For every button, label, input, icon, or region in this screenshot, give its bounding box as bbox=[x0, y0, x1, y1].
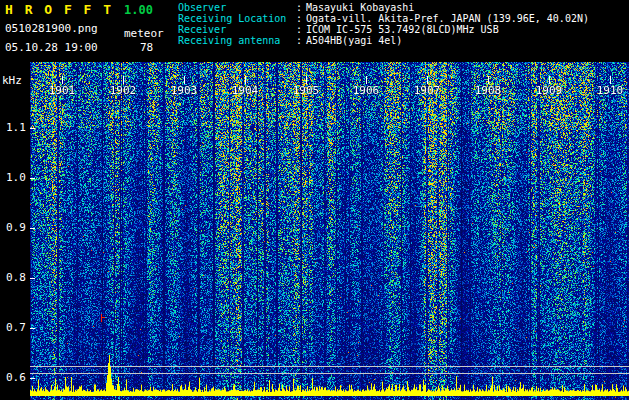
info-colon: : bbox=[296, 35, 306, 46]
station-info: Observer : Masayuki Kobayashi Receiving … bbox=[178, 2, 589, 46]
mode-label: meteor bbox=[124, 27, 164, 40]
info-value: Masayuki Kobayashi bbox=[306, 2, 589, 13]
info-colon: : bbox=[296, 24, 306, 35]
time-tick-label: 1901 bbox=[49, 84, 76, 97]
freq-tick-label: 0.9 bbox=[6, 221, 26, 234]
app-version: 1.00 bbox=[124, 3, 153, 17]
hrofft-window: H R O F F T 1.00 0510281900.png meteor 0… bbox=[0, 0, 629, 400]
time-tick-label: 1907 bbox=[414, 84, 441, 97]
spectrogram-canvas bbox=[30, 62, 629, 400]
freq-tick-label: 1.1 bbox=[6, 121, 26, 134]
time-tick-label: 1902 bbox=[110, 84, 137, 97]
freq-tick-label: 1.0 bbox=[6, 171, 26, 184]
info-value: Ogata-vill. Akita-Pref. JAPAN (139.96E, … bbox=[306, 13, 589, 24]
app-title: H R O F F T bbox=[5, 2, 113, 17]
time-tick-label: 1909 bbox=[536, 84, 563, 97]
time-tick-label: 1904 bbox=[232, 84, 259, 97]
freq-tick-label: 0.6 bbox=[6, 371, 26, 384]
info-label: Observer bbox=[178, 2, 296, 13]
time-tick-label: 1910 bbox=[597, 84, 624, 97]
freq-tick-label: 0.8 bbox=[6, 271, 26, 284]
freq-tick-label: 0.7 bbox=[6, 321, 26, 334]
time-tick-label: 1908 bbox=[475, 84, 502, 97]
time-tick-label: 1905 bbox=[293, 84, 320, 97]
info-label: Receiving Location bbox=[178, 13, 296, 24]
info-value: ICOM IC-575 53.7492(8LCD)MHz USB bbox=[306, 24, 589, 35]
info-colon: : bbox=[296, 2, 306, 13]
info-label: Receiver bbox=[178, 24, 296, 35]
info-colon: : bbox=[296, 13, 306, 24]
info-label: Receiving antenna bbox=[178, 35, 296, 46]
output-filename: 0510281900.png bbox=[5, 22, 98, 35]
time-tick-label: 1903 bbox=[171, 84, 198, 97]
freq-axis-unit-label: kHz bbox=[2, 74, 22, 87]
time-tick-label: 1906 bbox=[353, 84, 380, 97]
echo-count: 78 bbox=[140, 41, 153, 54]
observation-datetime: 05.10.28 19:00 bbox=[5, 41, 98, 54]
info-value: A504HB(yagi 4el) bbox=[306, 35, 589, 46]
